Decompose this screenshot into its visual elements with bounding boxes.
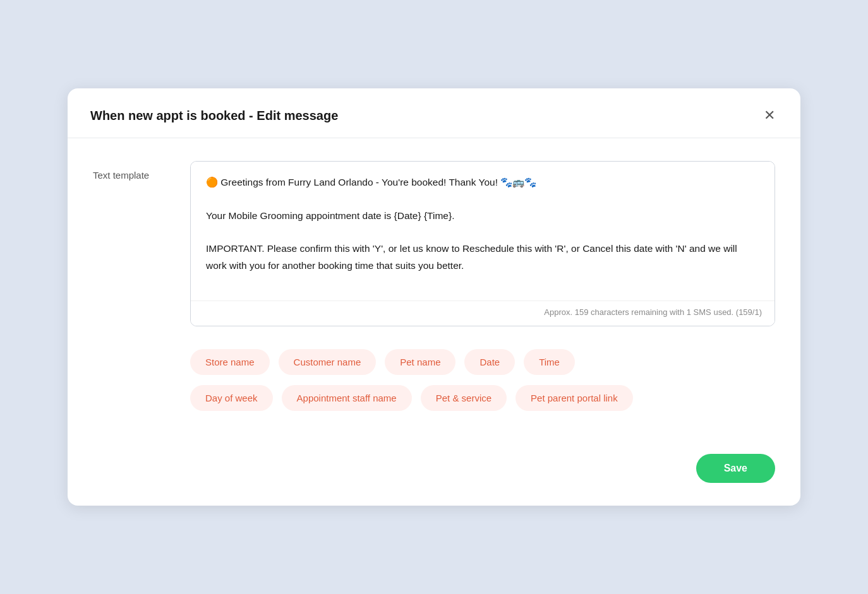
text-template-label: Text template: [93, 161, 175, 181]
save-button[interactable]: Save: [696, 454, 775, 483]
tag-pet-and-service[interactable]: Pet & service: [421, 385, 507, 411]
tag-time[interactable]: Time: [524, 349, 575, 375]
modal-header: When new appt is booked - Edit message ✕: [68, 88, 800, 138]
tag-pet-name[interactable]: Pet name: [385, 349, 455, 375]
char-count: Approx. 159 characters remaining with 1 …: [191, 300, 775, 326]
tag-customer-name[interactable]: Customer name: [279, 349, 377, 375]
textarea-wrapper: Approx. 159 characters remaining with 1 …: [190, 161, 775, 326]
modal-title: When new appt is booked - Edit message: [90, 109, 338, 123]
modal-footer: Save: [68, 454, 800, 506]
tag-date[interactable]: Date: [464, 349, 515, 375]
modal-body: Text template Approx. 159 characters rem…: [68, 138, 800, 454]
tags-row-2: Day of week Appointment staff name Pet &…: [190, 385, 775, 411]
close-button[interactable]: ✕: [761, 106, 778, 125]
tag-store-name[interactable]: Store name: [190, 349, 270, 375]
text-template-input[interactable]: [191, 162, 775, 300]
tag-pet-parent-portal-link[interactable]: Pet parent portal link: [515, 385, 633, 411]
tag-day-of-week[interactable]: Day of week: [190, 385, 273, 411]
edit-message-modal: When new appt is booked - Edit message ✕…: [68, 88, 800, 506]
tags-row-1: Store name Customer name Pet name Date T…: [190, 349, 775, 375]
tag-appointment-staff-name[interactable]: Appointment staff name: [282, 385, 412, 411]
tags-section: Store name Customer name Pet name Date T…: [93, 349, 775, 411]
text-template-row: Text template Approx. 159 characters rem…: [93, 161, 775, 326]
